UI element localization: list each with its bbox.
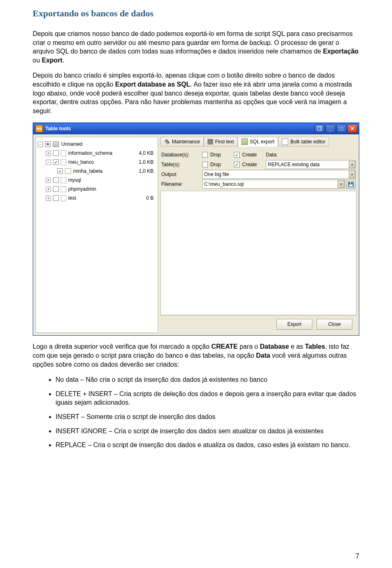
data-select[interactable]: REPLACE existing data▾	[266, 160, 356, 169]
save-file-button[interactable]: 💾	[346, 180, 356, 189]
tree-size: 1,0 KB	[139, 168, 156, 174]
data-select-value: REPLACE existing data	[268, 162, 320, 167]
output-select[interactable]: One big file▾	[202, 170, 356, 179]
bold-term: CREATE	[212, 343, 238, 350]
db-icon	[61, 186, 66, 192]
close-dialog-button[interactable]: Close	[316, 319, 352, 330]
bold-term: Export database as SQL	[115, 81, 190, 88]
sql-export-icon	[241, 138, 248, 145]
tree-label[interactable]: meu_banco	[68, 159, 94, 165]
list-item: INSERT – Somente cria o script de inserç…	[56, 412, 359, 421]
grid-icon	[282, 138, 288, 145]
drop-label: Drop	[210, 162, 221, 167]
log-area	[160, 191, 356, 315]
tab-find-text[interactable]: Find text	[204, 137, 238, 147]
tree-label[interactable]: phpmyadmin	[68, 186, 96, 192]
checkbox[interactable]	[53, 150, 59, 156]
text: .	[62, 57, 64, 64]
collapse-icon[interactable]: −	[38, 142, 43, 147]
filename-input[interactable]: C:\meu_banco.sql▾	[202, 180, 345, 189]
expand-icon[interactable]: +	[46, 196, 51, 201]
maximize-button[interactable]: □	[336, 124, 346, 133]
export-button[interactable]: Export	[276, 319, 312, 330]
checkbox[interactable]	[53, 159, 59, 165]
tree-label[interactable]: information_schema	[68, 150, 112, 156]
paragraph-1: Depois que criamos nosso banco de dado p…	[33, 29, 359, 65]
floppy-icon: 💾	[348, 181, 354, 187]
checkbox[interactable]	[53, 195, 59, 201]
checkbox[interactable]	[53, 186, 59, 192]
bold-term: Database	[260, 343, 289, 350]
list-item: INSERT IGNORE – Cria o script de inserçã…	[56, 427, 359, 436]
checkbox[interactable]	[57, 168, 63, 174]
window-title: Table tools	[45, 126, 71, 131]
chevron-down-icon: ▾	[349, 161, 355, 168]
tree-size: 4,0 KB	[139, 150, 156, 156]
tab-label: Find text	[215, 139, 234, 145]
db-icon	[61, 177, 66, 183]
tab-label: SQL export	[250, 139, 274, 145]
tree-label[interactable]: test	[68, 195, 76, 201]
tab-sql-export[interactable]: SQL export	[238, 137, 278, 147]
page-number: 7	[356, 552, 359, 560]
section-title: Exportando os bancos de dados	[33, 8, 359, 19]
create-database-checkbox[interactable]	[234, 152, 240, 158]
window-titlebar: HS Table tools ❐ _ □ ✕	[33, 123, 359, 134]
minimize-button[interactable]: _	[325, 124, 335, 133]
databases-label: Database(s):	[161, 152, 202, 158]
list-item: REPLACE – Cria o script de inserção dos …	[56, 441, 359, 450]
tree-label[interactable]: minha_tabela	[73, 168, 102, 174]
drop-table-checkbox[interactable]	[202, 162, 208, 167]
database-tree[interactable]: −Unnamed +information_schema4,0 KB −meu_…	[36, 137, 158, 333]
db-icon	[61, 150, 66, 156]
text: e as	[289, 343, 305, 350]
db-icon	[61, 195, 66, 201]
table-icon	[65, 168, 71, 174]
text: Depois que criamos nosso banco de dado p…	[33, 30, 353, 55]
bold-term: Export	[42, 57, 62, 64]
collapse-icon[interactable]: −	[46, 160, 51, 165]
text: ou	[33, 57, 42, 64]
restore-down-icon[interactable]: ❐	[314, 124, 324, 133]
paragraph-2: Depois do banco criado é simples exportá…	[33, 71, 359, 115]
create-label: Create	[242, 162, 257, 167]
tree-size: 1,0 KB	[139, 159, 156, 165]
list-item: DELETE + INSERT – Cria scripts de deleçã…	[56, 390, 359, 407]
screenshot-window: HS Table tools ❐ _ □ ✕ −Unnamed +informa…	[33, 123, 359, 336]
server-icon	[53, 141, 59, 147]
close-button[interactable]: ✕	[347, 124, 357, 133]
chevron-down-icon: ▾	[338, 180, 344, 188]
text: para o	[238, 343, 260, 350]
filename-label: Filename:	[161, 181, 202, 187]
text: Logo a direita superior você verifica qu…	[33, 343, 212, 350]
bold-term: Data	[256, 352, 270, 359]
expand-icon[interactable]: +	[46, 178, 51, 183]
output-select-value: One big file	[204, 172, 229, 177]
tab-bar: Maintenance Find text SQL export Bulk ta…	[160, 137, 356, 147]
expand-icon[interactable]: +	[46, 151, 51, 156]
chevron-down-icon: ▾	[349, 171, 355, 178]
tab-maintenance[interactable]: Maintenance	[160, 137, 204, 147]
wrench-icon	[164, 139, 170, 145]
list-item: No data – Não cria o script da inserção …	[56, 375, 359, 384]
bold-term: Tables	[305, 343, 325, 350]
data-label: Data:	[266, 152, 278, 158]
tab-label: Maintenance	[172, 139, 200, 145]
expand-icon[interactable]: +	[46, 187, 51, 192]
db-icon	[61, 159, 66, 165]
binoculars-icon	[207, 139, 213, 145]
checkbox[interactable]	[53, 177, 59, 183]
tree-label[interactable]: Unnamed	[61, 141, 82, 147]
filename-value: C:\meu_banco.sql	[204, 181, 244, 187]
tree-label[interactable]: mysql	[68, 177, 81, 183]
tables-label: Table(s):	[161, 162, 202, 167]
tab-bulk-editor[interactable]: Bulk table editor	[278, 137, 329, 147]
drop-database-checkbox[interactable]	[202, 152, 208, 158]
create-table-checkbox[interactable]	[234, 162, 240, 167]
bullet-list: No data – Não cria o script da inserção …	[33, 375, 359, 450]
checkbox[interactable]	[45, 141, 51, 147]
create-label: Create	[242, 152, 257, 158]
app-badge-icon: HS	[36, 125, 43, 132]
tab-label: Bulk table editor	[290, 139, 325, 145]
output-label: Output:	[161, 172, 202, 177]
